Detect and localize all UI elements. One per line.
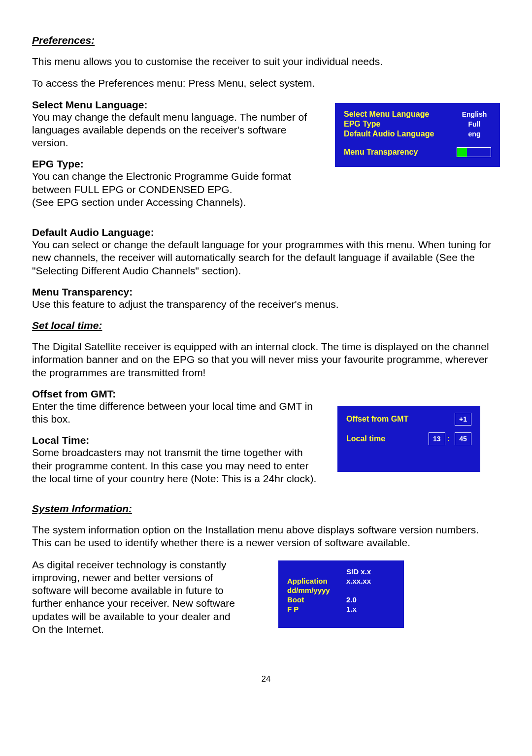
system-info-intro: The system information option on the Ins… xyxy=(32,524,500,550)
osd-sys-fp-label: F P xyxy=(287,605,346,613)
body-default-audio: You can select or change the default lan… xyxy=(32,238,500,277)
osd-system-panel: SID x.x Application x.xx.xx dd/mm/yyyy B… xyxy=(278,560,404,628)
body-select-menu-language: You may change the default menu language… xyxy=(32,111,315,150)
osd-sys-app-label: Application xyxy=(287,577,346,585)
heading-default-audio: Default Audio Language: xyxy=(32,227,500,238)
heading-select-menu-language: Select Menu Language: xyxy=(32,99,315,111)
section-title-preferences: Preferences: xyxy=(32,34,500,46)
osd-label-offset: Offset from GMT xyxy=(346,415,408,424)
section-title-system-info: System Information: xyxy=(32,503,500,515)
osd-value-audio-language: eng xyxy=(458,130,491,138)
page-number: 24 xyxy=(32,674,500,684)
set-local-time-intro: The Digital Satellite receiver is equipp… xyxy=(32,340,500,379)
osd-sys-fp-val: 1.x xyxy=(346,605,395,613)
osd-hour-value: 13 xyxy=(429,432,445,445)
osd-sys-blank xyxy=(287,567,346,576)
osd-label-transparency: Menu Transparency xyxy=(344,148,418,157)
body-epg-type-2: (See EPG section under Accessing Channel… xyxy=(32,196,315,209)
heading-local-time: Local Time: xyxy=(32,434,318,446)
osd-label-audio-language: Default Audio Language xyxy=(344,130,434,138)
osd-sys-app-val: x.xx.xx xyxy=(346,577,395,585)
osd-label-epg-type: EPG Type xyxy=(344,120,380,129)
section-title-set-local-time: Set local time: xyxy=(32,320,500,331)
osd-value-menu-language: English xyxy=(458,110,491,118)
osd-sys-boot-val: 2.0 xyxy=(346,595,395,604)
osd-minute-value: 45 xyxy=(455,432,471,445)
body-menu-transparency: Use this feature to adjust the transpare… xyxy=(32,298,500,311)
preferences-intro: This menu allows you to customise the re… xyxy=(32,55,500,68)
osd-sys-sid: SID x.x xyxy=(346,567,395,576)
osd-time-colon: : xyxy=(447,434,450,443)
heading-epg-type: EPG Type: xyxy=(32,158,315,170)
osd-time-panel: Offset from GMT +1 Local time 13 : 45 xyxy=(337,406,480,472)
osd-sys-date-label: dd/mm/yyyy xyxy=(287,586,346,594)
body-epg-type-1: You can change the Electronic Programme … xyxy=(32,170,315,196)
body-local-time: Some broadcasters may not transmit the t… xyxy=(32,446,318,485)
osd-offset-value: +1 xyxy=(455,413,471,426)
system-info-body: As digital receiver technology is consta… xyxy=(32,559,244,636)
heading-menu-transparency: Menu Transparency: xyxy=(32,286,500,298)
body-offset-gmt: Enter the time difference between your l… xyxy=(32,400,318,426)
osd-value-epg-type: Full xyxy=(458,120,491,128)
osd-transparency-slider xyxy=(457,147,491,157)
heading-offset-gmt: Offset from GMT: xyxy=(32,388,318,400)
osd-preferences-panel: Select Menu Language English EPG Type Fu… xyxy=(335,103,500,167)
osd-sys-date-val xyxy=(346,586,395,594)
osd-sys-boot-label: Boot xyxy=(287,595,346,604)
osd-transparency-fill xyxy=(457,148,467,157)
osd-label-localtime: Local time xyxy=(346,434,385,443)
preferences-access: To access the Preferences menu: Press Me… xyxy=(32,77,500,90)
osd-label-menu-language: Select Menu Language xyxy=(344,110,429,119)
